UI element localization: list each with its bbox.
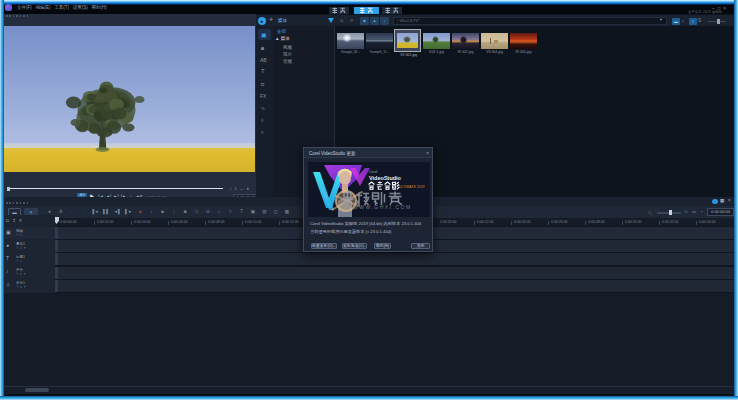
svg-text:VideoStudio: VideoStudio [369, 175, 402, 181]
svg-text:ULTIMATE 2019: ULTIMATE 2019 [399, 185, 425, 189]
svg-text:Corel: Corel [369, 170, 378, 174]
